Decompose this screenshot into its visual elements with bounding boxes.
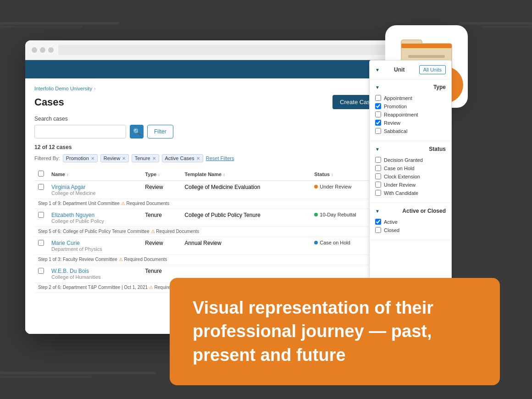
checkbox-review[interactable] bbox=[375, 120, 381, 126]
tag-tenure: Tenure ✕ bbox=[132, 154, 159, 162]
filter-type-header[interactable]: ▼ Type bbox=[370, 79, 451, 95]
case-checkbox[interactable] bbox=[38, 212, 44, 218]
search-label: Search cases bbox=[34, 116, 388, 122]
search-section: Search cases 🔍 Filter bbox=[34, 116, 388, 139]
cases-count: 12 of 12 cases bbox=[34, 144, 388, 150]
col-template[interactable]: Template Name ↕ bbox=[181, 168, 311, 181]
breadcrumb-link[interactable]: Interfolio Demo University bbox=[34, 86, 92, 91]
case-dept: College of Medicine bbox=[51, 190, 138, 196]
case-checkbox[interactable] bbox=[38, 184, 44, 190]
filter-option-with-candidate[interactable]: With Candidate bbox=[375, 190, 446, 196]
case-type-col: Review bbox=[141, 181, 181, 199]
tag-active-cases-label: Active Cases bbox=[165, 155, 194, 161]
status-label: 10-Day Rebuttal bbox=[320, 212, 356, 217]
table-row: Marie Curie Department of Physics Review… bbox=[34, 237, 388, 255]
checkbox-case-on-hold[interactable] bbox=[375, 165, 381, 171]
label-decision-granted: Decision Granted bbox=[384, 157, 423, 163]
filter-section-status: ▼ Status Decision Granted Case on Hold C… bbox=[370, 141, 451, 203]
filter-active-closed-options: Active Closed bbox=[370, 219, 451, 240]
remove-review-tag[interactable]: ✕ bbox=[122, 156, 126, 161]
search-input[interactable] bbox=[34, 125, 126, 139]
checkbox-reappointment[interactable] bbox=[375, 111, 381, 117]
label-case-on-hold: Case on Hold bbox=[384, 166, 415, 171]
case-name-link[interactable]: Marie Curie bbox=[51, 240, 138, 246]
step-text: Step 5 of 6: College of Public Policy Te… bbox=[38, 229, 151, 234]
filter-section-active-closed: ▼ Active or Closed Active Closed bbox=[370, 203, 451, 240]
breadcrumb-arrow: › bbox=[94, 86, 95, 91]
col-template-sort: ↕ bbox=[223, 172, 225, 177]
label-promotion: Promotion bbox=[384, 104, 407, 109]
case-checkbox[interactable] bbox=[38, 240, 44, 246]
cases-table: Name ↕ Type ↕ Template Name ↕ bbox=[34, 168, 388, 293]
case-name-link[interactable]: W.E.B. Du Bois bbox=[51, 268, 138, 274]
checkbox-sabbatical[interactable] bbox=[375, 128, 381, 134]
all-units-button[interactable]: All Units bbox=[419, 65, 446, 74]
filter-option-appointment[interactable]: Appointment bbox=[375, 95, 446, 101]
remove-tenure-tag[interactable]: ✕ bbox=[152, 156, 156, 161]
filter-status-header[interactable]: ▼ Status bbox=[370, 141, 451, 157]
case-checkbox-col bbox=[34, 181, 48, 199]
case-dept: College of Public Policy bbox=[51, 218, 138, 224]
filter-option-promotion[interactable]: Promotion bbox=[375, 103, 446, 109]
col-type-sort: ↕ bbox=[158, 172, 160, 177]
tag-promotion-label: Promotion bbox=[66, 155, 89, 161]
svg-rect-2 bbox=[401, 44, 452, 48]
filter-option-case-on-hold[interactable]: Case on Hold bbox=[375, 165, 446, 171]
label-under-review: Under Review bbox=[384, 182, 416, 188]
search-button[interactable]: 🔍 bbox=[130, 125, 144, 139]
filter-option-sabbatical[interactable]: Sabbatical bbox=[375, 128, 446, 134]
cases-tbody: Virginia Apgar College of Medicine Revie… bbox=[34, 181, 388, 293]
checkbox-active[interactable] bbox=[375, 219, 381, 225]
filter-button[interactable]: Filter bbox=[147, 125, 173, 139]
checkbox-with-candidate[interactable] bbox=[375, 190, 381, 196]
checkbox-clock-extension[interactable] bbox=[375, 173, 381, 179]
filter-panel: ▼ Unit All Units ▼ Type Appointment Prom… bbox=[369, 60, 452, 285]
case-dept: College of Humanities bbox=[51, 274, 138, 280]
page-header: Cases Create Case bbox=[34, 95, 388, 109]
checkbox-closed[interactable] bbox=[375, 227, 381, 233]
checkbox-promotion[interactable] bbox=[375, 103, 381, 109]
case-checkbox[interactable] bbox=[38, 268, 44, 274]
remove-promotion-tag[interactable]: ✕ bbox=[91, 156, 94, 161]
filter-chevron-type: ▼ bbox=[375, 85, 380, 90]
case-checkbox-col bbox=[34, 265, 48, 283]
filter-status-label: Status bbox=[429, 146, 446, 152]
filter-active-closed-header[interactable]: ▼ Active or Closed bbox=[370, 203, 451, 219]
checkbox-decision-granted[interactable] bbox=[375, 157, 381, 163]
breadcrumb: Interfolio Demo University › bbox=[34, 86, 388, 91]
filter-section-type: ▼ Type Appointment Promotion Reappointme… bbox=[370, 79, 451, 141]
filter-option-decision-granted[interactable]: Decision Granted bbox=[375, 157, 446, 163]
case-name-link[interactable]: Elizabeth Nguyen bbox=[51, 212, 138, 218]
reset-filters-link[interactable]: Reset Filters bbox=[206, 155, 234, 161]
case-template-col: College of Public Policy Tenure bbox=[181, 209, 311, 227]
label-clock-extension: Clock Extension bbox=[384, 174, 420, 179]
warning-icon: ⚠ bbox=[149, 285, 153, 290]
label-with-candidate: With Candidate bbox=[384, 190, 418, 196]
filter-chevron-status: ▼ bbox=[375, 147, 380, 152]
select-all-checkbox[interactable] bbox=[38, 171, 44, 177]
required-docs: Required Documents bbox=[126, 201, 169, 206]
filter-option-review[interactable]: Review bbox=[375, 120, 446, 126]
col-type[interactable]: Type ↕ bbox=[141, 168, 181, 181]
checkbox-appointment[interactable] bbox=[375, 95, 381, 101]
tag-tenure-label: Tenure bbox=[135, 155, 150, 161]
filter-option-reappointment[interactable]: Reappointment bbox=[375, 111, 446, 117]
checkbox-under-review[interactable] bbox=[375, 182, 381, 188]
tag-promotion: Promotion ✕ bbox=[63, 154, 98, 162]
filter-option-active[interactable]: Active bbox=[375, 219, 446, 225]
remove-active-cases-tag[interactable]: ✕ bbox=[196, 156, 200, 161]
select-all-col bbox=[34, 168, 48, 181]
case-step: Step 1 of 9: Department Unit Committee ⚠… bbox=[34, 199, 388, 209]
url-bar bbox=[58, 45, 390, 55]
unit-chevron: ▼ bbox=[375, 67, 380, 72]
filter-option-under-review[interactable]: Under Review bbox=[375, 182, 446, 188]
table-header: Name ↕ Type ↕ Template Name ↕ bbox=[34, 168, 388, 181]
filter-option-clock-extension[interactable]: Clock Extension bbox=[375, 173, 446, 179]
col-type-label: Type bbox=[145, 172, 156, 177]
unit-label: Unit bbox=[394, 66, 405, 73]
col-status-label: Status bbox=[314, 172, 330, 177]
col-name[interactable]: Name ↕ bbox=[48, 168, 141, 181]
case-step: Step 1 of 3: Faculty Review Committee ⚠ … bbox=[34, 255, 388, 265]
case-name-link[interactable]: Virginia Apgar bbox=[51, 184, 138, 190]
filter-option-closed[interactable]: Closed bbox=[375, 227, 446, 233]
